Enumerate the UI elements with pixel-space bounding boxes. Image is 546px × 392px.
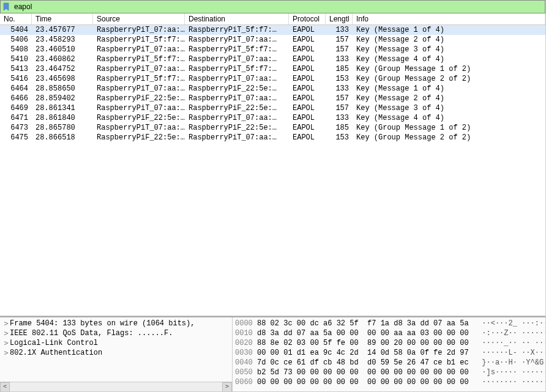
details-tree-item[interactable]: >802.1X Authentication (0, 348, 232, 358)
cell-time: 28.866518 (32, 133, 93, 142)
hex-offset: 0050 (235, 368, 253, 377)
col-header-info[interactable]: Info (353, 13, 545, 25)
hex-ascii: }··a··H· ·Y^&G··· (482, 358, 545, 368)
cell-protocol: EAPOL (289, 25, 326, 35)
scroll-left-button[interactable]: < (0, 382, 10, 391)
details-horizontal-scrollbar[interactable]: < > (0, 382, 232, 391)
cell-info: Key (Message 1 of 4) (353, 25, 545, 35)
cell-length: 153 (326, 74, 353, 84)
hex-row[interactable]: 0020 88 8e 02 03 00 5f fe 00 89 00 20 00… (235, 338, 543, 348)
hex-offset: 0010 (235, 328, 253, 338)
packet-row[interactable]: 647528.866518RaspberryPiF_22:5e:…Raspber… (0, 133, 545, 142)
cell-info: Key (Message 3 of 4) (353, 103, 545, 113)
cell-protocol: EAPOL (289, 64, 326, 74)
cell-source: RaspberryPiF_22:5e:… (93, 94, 185, 103)
display-filter-input[interactable] (13, 2, 544, 12)
col-header-length[interactable]: Lengtl (326, 13, 353, 25)
cell-source: RaspberryPiT_07:aa:… (93, 64, 185, 74)
cell-destination: RaspberryPiT_5f:f7:… (185, 45, 289, 54)
hex-row[interactable]: 0040 7d 0c ce 61 df cb 48 bd d0 59 5e 26… (235, 358, 543, 368)
hex-bytes-group-1: 88 02 3c 00 dc a6 32 5f (253, 319, 367, 328)
cell-info: Key (Group Message 2 of 2) (353, 133, 545, 142)
packet-row[interactable]: 646928.861341RaspberryPiT_07:aa:…Raspber… (0, 103, 545, 113)
packet-row[interactable]: 541623.465698RaspberryPiT_5f:f7:…Raspber… (0, 74, 545, 84)
cell-time: 28.859402 (32, 94, 93, 103)
cell-destination: RaspberryPiT_07:aa:… (185, 133, 289, 142)
cell-source: RaspberryPiT_07:aa:… (93, 84, 185, 94)
packet-list-pane[interactable]: No. Time Source Destination Protocol Len… (0, 13, 545, 316)
col-header-destination[interactable]: Destination (185, 13, 289, 25)
packet-row[interactable]: 646628.859402RaspberryPiF_22:5e:…Raspber… (0, 94, 545, 103)
hex-bytes-group-1: 00 00 00 00 00 00 00 00 (253, 377, 367, 387)
hex-row[interactable]: 0030 00 00 01 d1 ea 9c 4c 2d 14 0d 58 0a… (235, 348, 543, 358)
hex-row[interactable]: 0000 88 02 3c 00 dc a6 32 5f f7 1a d8 3a… (235, 319, 543, 328)
cell-no: 6464 (0, 84, 32, 94)
cell-protocol: EAPOL (289, 113, 326, 123)
packet-row[interactable]: 541023.460862RaspberryPiT_5f:f7:…Raspber… (0, 54, 545, 64)
cell-protocol: EAPOL (289, 94, 326, 103)
cell-protocol: EAPOL (289, 54, 326, 64)
hex-bytes-group-2: d0 59 5e 26 47 ce b1 ec (367, 358, 482, 368)
cell-destination: RaspberryPiF_22:5e:… (185, 103, 289, 113)
cell-no: 5416 (0, 74, 32, 84)
cell-length: 157 (326, 94, 353, 103)
cell-source: RaspberryPiT_07:aa:… (93, 25, 185, 35)
cell-time: 28.858650 (32, 84, 93, 94)
col-header-no[interactable]: No. (0, 13, 32, 25)
cell-source: RaspberryPiT_07:aa:… (93, 103, 185, 113)
hex-offset: 0020 (235, 338, 253, 348)
display-filter-bar (0, 0, 545, 13)
packet-details-pane[interactable]: >Frame 5404: 133 bytes on wire (1064 bit… (0, 317, 233, 391)
packet-bytes-pane[interactable]: 0000 88 02 3c 00 dc a6 32 5f f7 1a d8 3a… (233, 317, 545, 391)
cell-source: RaspberryPiT_5f:f7:… (93, 35, 185, 45)
lower-panes: >Frame 5404: 133 bytes on wire (1064 bit… (0, 316, 545, 392)
details-tree-label: IEEE 802.11 QoS Data, Flags: ......F. (10, 328, 173, 338)
hex-ascii: ··<···2_ ···:···Z (482, 319, 545, 328)
packet-row[interactable]: 647328.865780RaspberryPiT_07:aa:…Raspber… (0, 123, 545, 133)
details-tree-item[interactable]: >Frame 5404: 133 bytes on wire (1064 bit… (0, 319, 232, 328)
cell-length: 185 (326, 64, 353, 74)
cell-destination: RaspberryPiF_22:5e:… (185, 123, 289, 133)
packet-row[interactable]: 540823.460510RaspberryPiT_07:aa:…Raspber… (0, 45, 545, 54)
chevron-right-icon[interactable]: > (2, 319, 10, 328)
packet-table-header-row: No. Time Source Destination Protocol Len… (0, 13, 545, 25)
hex-bytes-group-2: 89 00 20 00 00 00 00 00 (367, 338, 482, 348)
cell-info: Key (Message 1 of 4) (353, 84, 545, 94)
cell-source: RaspberryPiT_5f:f7:… (93, 74, 185, 84)
cell-protocol: EAPOL (289, 123, 326, 133)
wireshark-window: No. Time Source Destination Protocol Len… (0, 0, 546, 392)
hex-row[interactable]: 0050 b2 5d 73 00 00 00 00 00 00 00 00 00… (235, 368, 543, 377)
packet-row[interactable]: 540423.457677RaspberryPiT_07:aa:…Raspber… (0, 25, 545, 35)
cell-protocol: EAPOL (289, 103, 326, 113)
cell-info: Key (Group Message 1 of 2) (353, 64, 545, 74)
cell-length: 185 (326, 123, 353, 133)
bookmark-icon[interactable] (2, 2, 10, 11)
cell-time: 28.861341 (32, 103, 93, 113)
cell-time: 23.460862 (32, 54, 93, 64)
hex-row[interactable]: 0010 d8 3a dd 07 aa 5a 00 00 00 00 aa aa… (235, 328, 543, 338)
cell-no: 5404 (0, 25, 32, 35)
col-header-protocol[interactable]: Protocol (289, 13, 326, 25)
col-header-source[interactable]: Source (93, 13, 185, 25)
details-tree-item[interactable]: >IEEE 802.11 QoS Data, Flags: ......F. (0, 328, 232, 338)
scroll-right-button[interactable]: > (222, 382, 232, 391)
cell-time: 28.861840 (32, 113, 93, 123)
cell-no: 5413 (0, 64, 32, 74)
cell-info: Key (Message 4 of 4) (353, 54, 545, 64)
cell-length: 133 (326, 25, 353, 35)
chevron-right-icon[interactable]: > (2, 348, 10, 358)
details-tree-item[interactable]: >Logical-Link Control (0, 338, 232, 348)
cell-time: 28.865780 (32, 123, 93, 133)
packet-row[interactable]: 541323.464752RaspberryPiT_07:aa:…Raspber… (0, 64, 545, 74)
cell-info: Key (Group Message 2 of 2) (353, 74, 545, 84)
col-header-time[interactable]: Time (32, 13, 93, 25)
hex-row[interactable]: 0060 00 00 00 00 00 00 00 00 00 00 00 00… (235, 377, 543, 387)
cell-protocol: EAPOL (289, 84, 326, 94)
packet-row[interactable]: 646428.858650RaspberryPiT_07:aa:…Raspber… (0, 84, 545, 94)
chevron-right-icon[interactable]: > (2, 328, 10, 338)
cell-time: 23.464752 (32, 64, 93, 74)
chevron-right-icon[interactable]: > (2, 338, 10, 348)
packet-row[interactable]: 647128.861840RaspberryPiF_22:5e:…Raspber… (0, 113, 545, 123)
hex-bytes-group-1: 7d 0c ce 61 df cb 48 bd (253, 358, 367, 368)
packet-row[interactable]: 540623.458293RaspberryPiT_5f:f7:…Raspber… (0, 35, 545, 45)
